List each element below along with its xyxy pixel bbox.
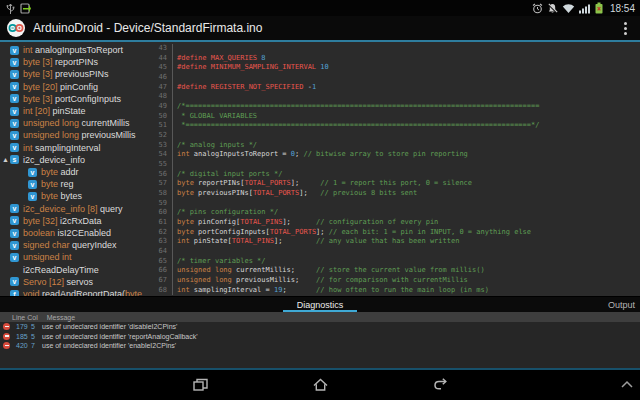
code-line-text <box>172 131 181 141</box>
code-line-text: /* pins configuration */ <box>172 208 278 218</box>
code-line[interactable]: 62byte portConfigInputs[TOTAL_PORTS]; //… <box>144 228 640 238</box>
code-line[interactable]: 64 <box>144 247 640 257</box>
outline-item[interactable]: vbyte bytes <box>0 190 144 202</box>
code-line-text: /*======================================… <box>172 102 539 112</box>
variable-badge-icon: v <box>10 82 19 91</box>
code-line[interactable]: 67unsigned long previousMillis; // for c… <box>144 276 640 286</box>
outline-item[interactable]: vbyte [3] portConfigInputs <box>0 93 144 105</box>
code-line[interactable]: 61byte pinConfig[TOTAL_PINS]; // configu… <box>144 218 640 228</box>
code-token: reportPINs <box>55 57 98 67</box>
outline-item[interactable]: ▲si2c_device_info <box>0 154 144 166</box>
error-icon <box>3 342 10 349</box>
outline-item[interactable]: vunsigned long currentMillis <box>0 117 144 129</box>
diagnostic-row[interactable]: 1795use of undeclared identifier 'disabl… <box>0 322 640 331</box>
code-line[interactable]: 57byte reportPINs[TOTAL_PORTS]; // 1 = r… <box>144 179 640 189</box>
signal-icon <box>579 3 591 14</box>
outline-item[interactable]: vboolean isI2CEnabled <box>0 227 144 239</box>
variable-badge-icon: v <box>10 107 19 116</box>
variable-badge-icon: v <box>10 94 19 103</box>
line-number: 49 <box>144 102 167 112</box>
diagnostics-list[interactable]: 1795use of undeclared identifier 'disabl… <box>0 322 640 368</box>
code-token: // store the current value from millis() <box>316 266 485 274</box>
code-line[interactable]: 45#define MINIMUM_SAMPLING_INTERVAL 10 <box>144 63 640 73</box>
outline-item[interactable]: vbyte [32] i2cRxData <box>0 215 144 227</box>
outline-item[interactable]: vServo [12] servos <box>0 276 144 288</box>
code-token: unsigned long <box>177 276 236 284</box>
outline-item[interactable]: fvoid readAndReportData(byte address, in… <box>0 288 144 296</box>
outline-item[interactable]: vint [20] pinState <box>0 105 144 117</box>
code-editor[interactable]: 43 44#define MAX_QUERIES 845#define MINI… <box>144 42 640 296</box>
code-token: previousMillis <box>82 130 136 140</box>
line-number: 56 <box>144 170 167 180</box>
code-line[interactable]: 47#define REGISTER_NOT_SPECIFIED -1 <box>144 83 640 93</box>
collapse-icon[interactable] <box>620 380 634 389</box>
code-line-text: int analogInputsToReport = 0; // bitwise… <box>172 150 468 160</box>
outline-item[interactable]: vbyte reg <box>0 178 144 190</box>
line-number: 61 <box>144 218 167 228</box>
outline-item[interactable]: vint samplingInterval <box>0 142 144 154</box>
code-token: /* timer variables */ <box>177 257 266 265</box>
code-token: TOTAL_PINS <box>240 218 282 226</box>
code-line[interactable]: 50 * GLOBAL VARIABLES <box>144 112 640 122</box>
code-line[interactable]: 68int samplingInterval = 19; // how ofte… <box>144 286 640 296</box>
code-line[interactable]: 53/* analog inputs */ <box>144 141 640 151</box>
outline-item[interactable]: vunsigned int i2cReadDelayTime <box>0 251 144 275</box>
code-line[interactable]: 46 <box>144 73 640 83</box>
variable-badge-icon: v <box>10 46 19 55</box>
variable-badge-icon: v <box>10 216 19 225</box>
code-line[interactable]: 60/* pins configuration */ <box>144 208 640 218</box>
outline-item-label: Servo [12] servos <box>23 276 93 288</box>
variable-badge-icon: v <box>28 168 37 177</box>
code-line[interactable]: 55 <box>144 160 640 170</box>
outline-item[interactable]: vi2c_device_info [8] query <box>0 203 144 215</box>
code-line[interactable]: 66unsigned long currentMillis; // store … <box>144 266 640 276</box>
code-line-text: /* analog inputs */ <box>172 141 257 151</box>
recent-apps-icon[interactable] <box>192 377 209 393</box>
home-icon[interactable] <box>312 377 329 393</box>
tab-diagnostics[interactable]: Diagnostics <box>281 297 360 312</box>
diagnostics-header: Line Col Message <box>0 312 640 322</box>
outline-item-label: i2c_device_info [8] query <box>23 203 123 215</box>
code-line[interactable]: 49/*====================================… <box>144 102 640 112</box>
outline-item[interactable]: vint analogInputsToReport <box>0 44 144 56</box>
line-number: 57 <box>144 179 167 189</box>
outline-item[interactable]: vsigned char queryIndex <box>0 239 144 251</box>
code-token: Servo [12] <box>23 277 67 287</box>
code-line[interactable]: 56/* digital input ports */ <box>144 170 640 180</box>
tab-output-label: Output <box>608 300 635 310</box>
code-token: // previous 8 bits sent <box>320 189 417 197</box>
overflow-menu-button[interactable] <box>618 18 633 39</box>
outline-item[interactable]: vunsigned long previousMillis <box>0 129 144 141</box>
code-token: #define MINIMUM_SAMPLING_INTERVAL <box>177 63 320 71</box>
code-line-text <box>172 73 181 83</box>
outline-panel[interactable]: vint analogInputsToReportvbyte [3] repor… <box>0 42 144 296</box>
code-line[interactable]: 43 <box>144 44 640 54</box>
code-line[interactable]: 63int pinState[TOTAL_PINS]; // any value… <box>144 237 640 247</box>
code-line-text: int pinState[TOTAL_PINS]; // any value t… <box>172 237 459 247</box>
line-number: 62 <box>144 228 167 238</box>
code-token: i2cReadDelayTime <box>23 265 99 275</box>
diagnostic-row[interactable]: 4207use of undeclared identifier 'enable… <box>0 341 640 350</box>
back-icon[interactable] <box>432 377 450 393</box>
outline-item-label: boolean isI2CEnabled <box>23 227 111 239</box>
code-token: #define REGISTER_NOT_SPECIFIED <box>177 83 308 91</box>
code-line[interactable]: 54int analogInputsToReport = 0; // bitwi… <box>144 150 640 160</box>
code-line[interactable]: 52 <box>144 131 640 141</box>
code-line[interactable]: 51 *====================================… <box>144 121 640 131</box>
code-line[interactable]: 44#define MAX_QUERIES 8 <box>144 54 640 64</box>
tab-output[interactable]: Output <box>606 297 637 312</box>
diagnostic-col-number: 5 <box>31 333 42 340</box>
status-left-icons <box>5 2 32 15</box>
outline-item[interactable]: vbyte addr <box>0 166 144 178</box>
code-line[interactable]: 58byte previousPINs[TOTAL_PORTS]; // pre… <box>144 189 640 199</box>
outline-item[interactable]: vbyte [3] previousPINs <box>0 68 144 80</box>
outline-item[interactable]: vbyte [20] pinConfig <box>0 81 144 93</box>
code-token: pinConfig[ <box>198 218 240 226</box>
code-line[interactable]: 59 <box>144 199 640 209</box>
collapse-triangle-icon[interactable]: ▲ <box>1 154 10 166</box>
outline-item[interactable]: vbyte [3] reportPINs <box>0 56 144 68</box>
code-line[interactable]: 48 <box>144 92 640 102</box>
code-line[interactable]: 65/* timer variables */ <box>144 257 640 267</box>
diagnostic-row[interactable]: 1855use of undeclared identifier 'report… <box>0 331 640 340</box>
code-token: /* digital input ports */ <box>177 170 282 178</box>
